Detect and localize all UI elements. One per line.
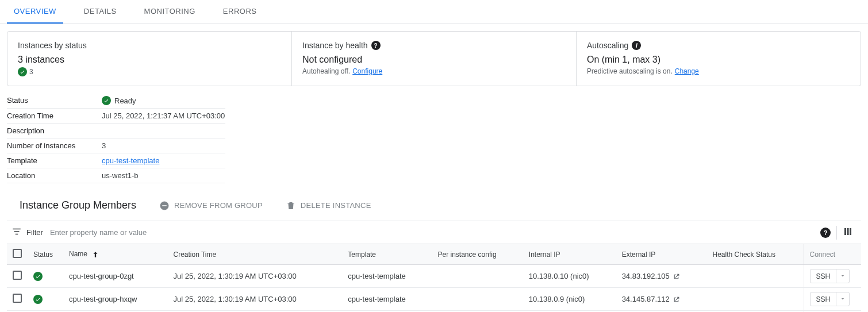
cell-creation: Jul 25, 2022, 1:30:19 AM UTC+03:00 bbox=[167, 265, 342, 288]
row-checkbox[interactable] bbox=[13, 271, 22, 280]
check-icon bbox=[102, 96, 111, 105]
filter-icon[interactable] bbox=[11, 226, 22, 238]
table-row: cpu-test-group-hxqwJul 25, 2022, 1:30:19… bbox=[7, 288, 861, 311]
cell-external: 34.83.192.105 bbox=[616, 265, 707, 288]
cell-name: cpu-test-group-0zgt bbox=[63, 265, 167, 288]
autohealing-sub: Autohealing off. Configure bbox=[302, 67, 566, 75]
template-link[interactable]: cpu-test-template bbox=[102, 156, 159, 165]
ssh-button[interactable]: SSH bbox=[810, 269, 850, 283]
col-name[interactable]: Name bbox=[63, 244, 167, 265]
cell-internal: 10.138.0.10 (nic0) bbox=[523, 265, 616, 288]
remove-from-group-button[interactable]: REMOVE FROM GROUP bbox=[159, 201, 263, 211]
filter-input[interactable] bbox=[48, 225, 812, 240]
row-checkbox[interactable] bbox=[13, 294, 22, 303]
properties-table: Status Ready Creation Time Jul 25, 2022,… bbox=[7, 93, 225, 183]
divider bbox=[836, 226, 837, 240]
cell-internal: 10.138.0.9 (nic0) bbox=[523, 288, 616, 311]
cell-creation: Jul 25, 2022, 1:30:19 AM UTC+03:00 bbox=[167, 288, 342, 311]
prop-label-creation: Creation Time bbox=[7, 111, 102, 120]
configure-link[interactable]: Configure bbox=[352, 67, 382, 75]
ssh-button[interactable]: SSH bbox=[810, 292, 850, 306]
col-creation[interactable]: Creation Time bbox=[167, 244, 342, 265]
columns-icon[interactable] bbox=[843, 226, 853, 238]
col-external[interactable]: External IP bbox=[616, 244, 707, 265]
trash-icon bbox=[286, 201, 296, 211]
tab-details[interactable]: DETAILS bbox=[77, 0, 124, 24]
sort-asc-icon bbox=[89, 250, 99, 258]
prop-label-location: Location bbox=[7, 171, 102, 180]
running-count: 3 bbox=[29, 68, 33, 76]
check-icon bbox=[33, 272, 43, 281]
remove-icon bbox=[159, 201, 170, 211]
status-breakdown: 3 bbox=[18, 67, 281, 76]
cell-external: 34.145.87.112 bbox=[616, 288, 707, 311]
help-icon[interactable]: ? bbox=[820, 228, 831, 238]
prop-label-num: Number of instances bbox=[7, 141, 102, 150]
check-icon bbox=[18, 67, 27, 76]
health-status: Not configured bbox=[302, 55, 566, 65]
autoscaling-status: On (min 1, max 3) bbox=[587, 55, 850, 65]
cell-health bbox=[707, 265, 804, 288]
prop-value-template: cpu-test-template bbox=[102, 156, 159, 165]
cell-health bbox=[707, 288, 804, 311]
col-internal[interactable]: Internal IP bbox=[523, 244, 616, 265]
prop-label-status: Status bbox=[7, 96, 102, 105]
help-icon[interactable]: ? bbox=[371, 41, 381, 50]
filter-label: Filter bbox=[26, 228, 43, 237]
delete-instance-button[interactable]: DELETE INSTANCE bbox=[286, 201, 371, 211]
cell-template: cpu-test-template bbox=[342, 265, 432, 288]
select-all-checkbox[interactable] bbox=[13, 249, 22, 258]
prop-value-status: Ready bbox=[102, 96, 136, 105]
tab-overview[interactable]: OVERVIEW bbox=[7, 0, 63, 24]
col-config[interactable]: Per instance config bbox=[432, 244, 523, 265]
col-health[interactable]: Health Check Status bbox=[707, 244, 804, 265]
cell-config bbox=[432, 288, 523, 311]
filter-bar: Filter ? bbox=[7, 221, 861, 244]
change-link[interactable]: Change bbox=[675, 67, 699, 75]
cell-name: cpu-test-group-hxqw bbox=[63, 288, 167, 311]
ssh-dropdown[interactable] bbox=[836, 292, 849, 306]
card-title: Instance by health ? bbox=[302, 41, 566, 50]
external-link-icon[interactable] bbox=[671, 272, 680, 280]
external-link-icon[interactable] bbox=[671, 295, 680, 303]
check-icon bbox=[33, 295, 43, 304]
col-status[interactable]: Status bbox=[28, 244, 63, 265]
prop-label-description: Description bbox=[7, 126, 102, 135]
ssh-dropdown[interactable] bbox=[836, 269, 849, 283]
tab-errors[interactable]: ERRORS bbox=[216, 0, 264, 24]
card-title: Autoscaling i bbox=[587, 41, 850, 50]
col-connect: Connect bbox=[804, 244, 861, 265]
instances-by-status-card: Instances by status 3 instances 3 bbox=[7, 32, 291, 86]
summary-cards: Instances by status 3 instances 3 Instan… bbox=[7, 31, 861, 86]
card-title: Instances by status bbox=[18, 41, 281, 50]
predictive-sub: Predictive autoscaling is on. Change bbox=[587, 67, 850, 75]
tabs: OVERVIEW DETAILS MONITORING ERRORS bbox=[0, 0, 868, 24]
cell-template: cpu-test-template bbox=[342, 288, 432, 311]
instance-by-health-card: Instance by health ? Not configured Auto… bbox=[291, 32, 576, 86]
col-template[interactable]: Template bbox=[342, 244, 432, 265]
prop-value-num: 3 bbox=[102, 141, 106, 150]
members-title: Instance Group Members bbox=[20, 199, 136, 211]
autoscaling-card: Autoscaling i On (min 1, max 3) Predicti… bbox=[576, 32, 861, 86]
table-row: cpu-test-group-0zgtJul 25, 2022, 1:30:19… bbox=[7, 265, 861, 288]
tab-monitoring[interactable]: MONITORING bbox=[137, 0, 202, 24]
info-icon[interactable]: i bbox=[632, 41, 641, 50]
prop-label-template: Template bbox=[7, 156, 102, 165]
members-header: Instance Group Members REMOVE FROM GROUP… bbox=[0, 190, 868, 216]
prop-value-location: us-west1-b bbox=[102, 171, 139, 180]
instances-count: 3 instances bbox=[18, 55, 281, 65]
prop-value-creation: Jul 25, 2022, 1:21:37 AM UTC+03:00 bbox=[102, 111, 225, 120]
cell-config bbox=[432, 265, 523, 288]
instances-table: Status Name Creation Time Template Per i… bbox=[7, 244, 861, 312]
